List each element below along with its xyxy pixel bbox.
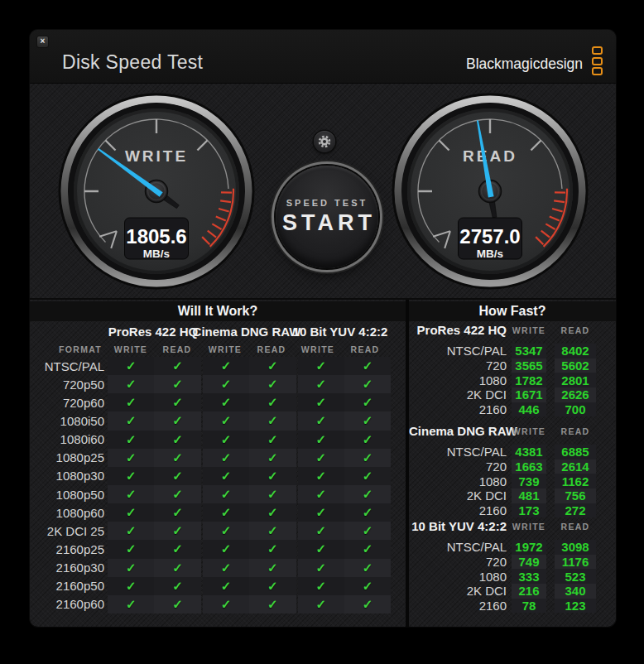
- write-speed-value: 749: [512, 555, 546, 570]
- table-row: 1080p50 ✓ ✓ ✓ ✓ ✓ ✓: [30, 485, 406, 503]
- check-icon: ✓: [126, 413, 137, 428]
- check-icon: ✓: [315, 579, 326, 594]
- format-label: 1080p50: [30, 485, 108, 503]
- check-icon: ✓: [172, 579, 183, 594]
- table-row: 2K DCI 216 340: [409, 584, 616, 599]
- resolution-label: 2K DCI: [409, 387, 507, 402]
- table-row: NTSC/PAL 1972 3098: [409, 540, 616, 555]
- speed-test-start-button[interactable]: SPEED TEST START: [276, 166, 378, 268]
- check-cell: ✓: [154, 503, 200, 522]
- resolution-label: 2160: [409, 402, 507, 417]
- check-icon: ✓: [172, 505, 183, 520]
- check-icon: ✓: [221, 377, 232, 392]
- settings-button[interactable]: [314, 131, 335, 152]
- check-icon: ✓: [363, 561, 373, 575]
- will-it-work-title: Will It Work?: [30, 301, 406, 321]
- check-icon: ✓: [126, 561, 137, 575]
- check-cell: ✓: [154, 595, 200, 613]
- check-cell: ✓: [249, 411, 296, 430]
- check-icon: ✓: [267, 450, 278, 465]
- resolution-label: 2160: [409, 503, 507, 518]
- check-cell: ✓: [108, 431, 154, 449]
- resolution-label: NTSC/PAL: [409, 540, 507, 555]
- check-icon: ✓: [363, 377, 373, 392]
- check-cell: ✓: [203, 577, 249, 595]
- check-cell: ✓: [298, 540, 344, 558]
- resolution-label: 1080: [409, 474, 507, 488]
- resolution-label: NTSC/PAL: [409, 344, 507, 358]
- check-cell: ✓: [203, 503, 249, 522]
- how-fast-rows: NTSC/PAL 4381 6885 720 1663 2614 1080 73…: [409, 445, 616, 517]
- check-icon: ✓: [126, 469, 137, 484]
- check-cell: ✓: [298, 393, 344, 411]
- check-icon: ✓: [363, 450, 373, 465]
- svg-text:READ: READ: [463, 147, 517, 165]
- close-button[interactable]: ×: [36, 36, 49, 48]
- sub-column-header: WRITE: [512, 426, 546, 436]
- check-icon: ✓: [126, 523, 137, 538]
- check-cell: ✓: [249, 485, 296, 503]
- check-icon: ✓: [363, 395, 373, 410]
- how-fast-rows: NTSC/PAL 1972 3098 720 749 1176 1080 333…: [409, 540, 616, 613]
- check-cell: ✓: [344, 449, 391, 467]
- app-window: × Disk Speed Test Blackmagicdesign WRITE: [30, 30, 616, 627]
- check-cell: ✓: [298, 431, 344, 449]
- check-cell: ✓: [203, 375, 249, 393]
- check-cell: ✓: [344, 375, 391, 393]
- check-cell: ✓: [249, 540, 296, 558]
- sub-column-header: WRITE: [512, 522, 546, 532]
- check-cell: ✓: [154, 449, 200, 467]
- check-icon: ✓: [126, 432, 137, 447]
- check-icon: ✓: [221, 358, 232, 373]
- check-icon: ✓: [363, 487, 373, 502]
- check-icon: ✓: [315, 561, 326, 575]
- write-speed-value: 78: [512, 599, 546, 613]
- check-icon: ✓: [126, 358, 137, 373]
- check-icon: ✓: [126, 395, 137, 410]
- check-cell: ✓: [298, 503, 344, 522]
- brand-logo-icon: [592, 46, 603, 78]
- check-cell: ✓: [203, 485, 249, 503]
- check-icon: ✓: [315, 469, 326, 484]
- table-row: 2160p30 ✓ ✓ ✓ ✓ ✓ ✓: [30, 559, 406, 577]
- read-speed-value: 2614: [555, 460, 596, 474]
- resolution-label: 1080: [409, 373, 507, 387]
- check-icon: ✓: [315, 377, 326, 392]
- resolution-label: 2K DCI: [409, 488, 507, 503]
- check-cell: ✓: [344, 577, 391, 595]
- format-label: 1080p60: [30, 503, 108, 522]
- check-icon: ✓: [221, 523, 232, 538]
- start-button-label: START: [278, 210, 376, 236]
- check-icon: ✓: [221, 561, 232, 575]
- read-speed-value: 8402: [555, 344, 596, 358]
- check-cell: ✓: [203, 467, 249, 485]
- check-icon: ✓: [172, 395, 183, 410]
- check-icon: ✓: [126, 597, 137, 612]
- check-cell: ✓: [249, 503, 296, 522]
- check-icon: ✓: [126, 450, 137, 465]
- check-icon: ✓: [172, 450, 183, 465]
- format-label: 1080i50: [30, 411, 108, 430]
- sub-column-header: WRITE: [114, 344, 147, 354]
- check-icon: ✓: [315, 597, 326, 612]
- brand-logo-text: Blackmagicdesign: [466, 55, 583, 73]
- close-icon: ×: [41, 36, 46, 46]
- read-speed-value: 123: [555, 599, 596, 613]
- check-icon: ✓: [363, 523, 373, 538]
- check-cell: ✓: [108, 357, 154, 375]
- format-label: NTSC/PAL: [30, 357, 108, 375]
- check-cell: ✓: [298, 449, 344, 467]
- table-row: 1080 333 523: [409, 569, 616, 584]
- check-cell: ✓: [249, 522, 296, 540]
- check-icon: ✓: [267, 597, 278, 612]
- codec-group-header: ProRes 422 HQ: [108, 325, 198, 339]
- check-cell: ✓: [154, 522, 200, 540]
- sub-column-header: READ: [163, 344, 192, 354]
- check-cell: ✓: [298, 357, 344, 375]
- check-icon: ✓: [172, 541, 183, 556]
- resolution-label: 720: [409, 555, 507, 570]
- check-icon: ✓: [315, 450, 326, 465]
- check-icon: ✓: [267, 505, 278, 520]
- check-cell: ✓: [108, 559, 154, 577]
- table-row: 2160p25 ✓ ✓ ✓ ✓ ✓ ✓: [30, 540, 406, 558]
